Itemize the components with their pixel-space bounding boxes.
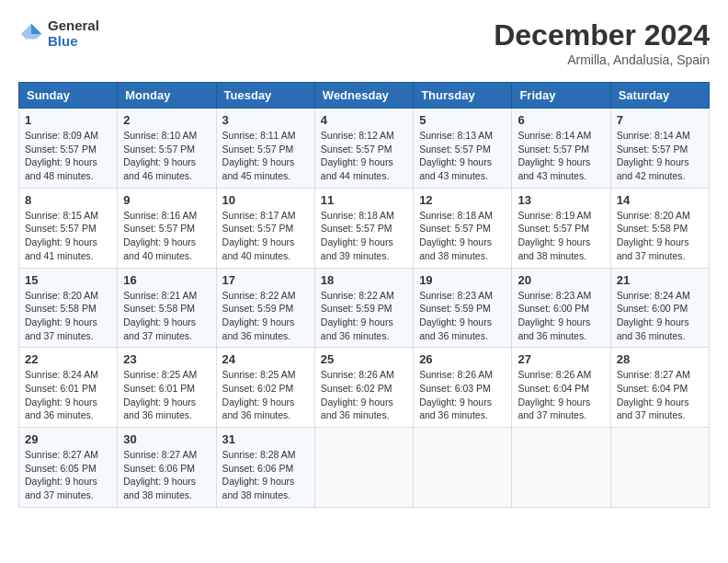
calendar-cell: 26 Sunrise: 8:26 AM Sunset: 6:03 PM Dayl… — [414, 348, 512, 428]
calendar-cell: 12 Sunrise: 8:18 AM Sunset: 5:57 PM Dayl… — [414, 188, 512, 268]
day-info: Sunrise: 8:14 AM Sunset: 5:57 PM Dayligh… — [518, 129, 604, 183]
svg-marker-1 — [21, 23, 41, 39]
calendar-week-1: 1 Sunrise: 8:09 AM Sunset: 5:57 PM Dayli… — [19, 109, 710, 189]
day-number: 29 — [25, 432, 111, 446]
calendar-cell: 22 Sunrise: 8:24 AM Sunset: 6:01 PM Dayl… — [19, 348, 118, 428]
calendar-cell: 3 Sunrise: 8:11 AM Sunset: 5:57 PM Dayli… — [216, 109, 314, 189]
calendar-cell: 25 Sunrise: 8:26 AM Sunset: 6:02 PM Dayl… — [314, 348, 413, 428]
calendar-cell: 8 Sunrise: 8:15 AM Sunset: 5:57 PM Dayli… — [19, 188, 118, 268]
day-number: 19 — [419, 273, 506, 287]
day-number: 26 — [419, 352, 506, 366]
day-info: Sunrise: 8:27 AM Sunset: 6:04 PM Dayligh… — [617, 368, 703, 422]
header-row: Sunday Monday Tuesday Wednesday Thursday… — [19, 83, 710, 109]
calendar-week-4: 22 Sunrise: 8:24 AM Sunset: 6:01 PM Dayl… — [19, 348, 710, 428]
col-thursday: Thursday — [414, 83, 512, 109]
calendar-week-5: 29 Sunrise: 8:27 AM Sunset: 6:05 PM Dayl… — [19, 428, 710, 508]
calendar-header: Sunday Monday Tuesday Wednesday Thursday… — [19, 83, 710, 109]
day-info: Sunrise: 8:24 AM Sunset: 6:00 PM Dayligh… — [617, 289, 703, 343]
calendar-week-2: 8 Sunrise: 8:15 AM Sunset: 5:57 PM Dayli… — [19, 188, 710, 268]
calendar-cell: 9 Sunrise: 8:16 AM Sunset: 5:57 PM Dayli… — [118, 188, 216, 268]
calendar-cell: 31 Sunrise: 8:28 AM Sunset: 6:06 PM Dayl… — [216, 428, 314, 508]
calendar-cell: 7 Sunrise: 8:14 AM Sunset: 5:57 PM Dayli… — [610, 109, 709, 189]
calendar-cell: 5 Sunrise: 8:13 AM Sunset: 5:57 PM Dayli… — [414, 109, 512, 189]
day-info: Sunrise: 8:24 AM Sunset: 6:01 PM Dayligh… — [25, 368, 111, 422]
calendar-cell: 11 Sunrise: 8:18 AM Sunset: 5:57 PM Dayl… — [314, 188, 413, 268]
calendar-cell — [414, 428, 512, 508]
day-info: Sunrise: 8:28 AM Sunset: 6:06 PM Dayligh… — [222, 448, 309, 502]
calendar-cell: 17 Sunrise: 8:22 AM Sunset: 5:59 PM Dayl… — [216, 268, 314, 348]
month-title: December 2024 — [494, 18, 710, 52]
logo: General Blue — [18, 18, 99, 49]
day-number: 3 — [222, 113, 309, 127]
day-number: 27 — [518, 352, 604, 366]
calendar-cell: 4 Sunrise: 8:12 AM Sunset: 5:57 PM Dayli… — [314, 109, 413, 189]
day-info: Sunrise: 8:26 AM Sunset: 6:02 PM Dayligh… — [321, 368, 407, 422]
calendar-cell: 23 Sunrise: 8:25 AM Sunset: 6:01 PM Dayl… — [118, 348, 216, 428]
col-friday: Friday — [512, 83, 610, 109]
calendar-week-3: 15 Sunrise: 8:20 AM Sunset: 5:58 PM Dayl… — [19, 268, 710, 348]
calendar-cell: 18 Sunrise: 8:22 AM Sunset: 5:59 PM Dayl… — [314, 268, 413, 348]
calendar-cell: 19 Sunrise: 8:23 AM Sunset: 5:59 PM Dayl… — [414, 268, 512, 348]
day-number: 8 — [25, 193, 111, 207]
day-number: 16 — [123, 273, 210, 287]
calendar-cell: 6 Sunrise: 8:14 AM Sunset: 5:57 PM Dayli… — [512, 109, 610, 189]
day-number: 7 — [617, 113, 703, 127]
day-info: Sunrise: 8:21 AM Sunset: 5:58 PM Dayligh… — [123, 289, 210, 343]
day-number: 12 — [419, 193, 506, 207]
day-info: Sunrise: 8:19 AM Sunset: 5:57 PM Dayligh… — [518, 209, 604, 263]
day-number: 25 — [321, 352, 407, 366]
day-number: 15 — [25, 273, 111, 287]
day-info: Sunrise: 8:23 AM Sunset: 6:00 PM Dayligh… — [518, 289, 604, 343]
calendar-cell: 2 Sunrise: 8:10 AM Sunset: 5:57 PM Dayli… — [118, 109, 216, 189]
calendar-cell: 29 Sunrise: 8:27 AM Sunset: 6:05 PM Dayl… — [19, 428, 118, 508]
calendar-cell — [610, 428, 709, 508]
day-info: Sunrise: 8:26 AM Sunset: 6:04 PM Dayligh… — [518, 368, 604, 422]
col-wednesday: Wednesday — [314, 83, 413, 109]
day-info: Sunrise: 8:25 AM Sunset: 6:01 PM Dayligh… — [123, 368, 210, 422]
day-number: 9 — [123, 193, 210, 207]
page-header: General Blue December 2024 Armilla, Anda… — [18, 18, 710, 67]
day-number: 4 — [321, 113, 407, 127]
calendar-cell: 24 Sunrise: 8:25 AM Sunset: 6:02 PM Dayl… — [216, 348, 314, 428]
day-info: Sunrise: 8:26 AM Sunset: 6:03 PM Dayligh… — [419, 368, 506, 422]
day-info: Sunrise: 8:23 AM Sunset: 5:59 PM Dayligh… — [419, 289, 506, 343]
calendar-cell: 30 Sunrise: 8:27 AM Sunset: 6:06 PM Dayl… — [118, 428, 216, 508]
day-info: Sunrise: 8:12 AM Sunset: 5:57 PM Dayligh… — [321, 129, 407, 183]
day-number: 31 — [222, 432, 309, 446]
day-number: 17 — [222, 273, 309, 287]
day-info: Sunrise: 8:25 AM Sunset: 6:02 PM Dayligh… — [222, 368, 309, 422]
day-number: 30 — [123, 432, 210, 446]
day-info: Sunrise: 8:17 AM Sunset: 5:57 PM Dayligh… — [222, 209, 309, 263]
day-info: Sunrise: 8:11 AM Sunset: 5:57 PM Dayligh… — [222, 129, 309, 183]
calendar-cell: 16 Sunrise: 8:21 AM Sunset: 5:58 PM Dayl… — [118, 268, 216, 348]
logo-icon — [18, 21, 44, 47]
day-number: 5 — [419, 113, 506, 127]
calendar-cell: 20 Sunrise: 8:23 AM Sunset: 6:00 PM Dayl… — [512, 268, 610, 348]
day-number: 23 — [123, 352, 210, 366]
day-info: Sunrise: 8:18 AM Sunset: 5:57 PM Dayligh… — [419, 209, 506, 263]
calendar-cell: 14 Sunrise: 8:20 AM Sunset: 5:58 PM Dayl… — [610, 188, 709, 268]
day-info: Sunrise: 8:22 AM Sunset: 5:59 PM Dayligh… — [321, 289, 407, 343]
day-number: 18 — [321, 273, 407, 287]
calendar-cell: 1 Sunrise: 8:09 AM Sunset: 5:57 PM Dayli… — [19, 109, 118, 189]
calendar-table: Sunday Monday Tuesday Wednesday Thursday… — [18, 82, 710, 508]
location: Armilla, Andalusia, Spain — [494, 52, 710, 67]
day-number: 28 — [617, 352, 703, 366]
day-info: Sunrise: 8:13 AM Sunset: 5:57 PM Dayligh… — [419, 129, 506, 183]
calendar-cell: 27 Sunrise: 8:26 AM Sunset: 6:04 PM Dayl… — [512, 348, 610, 428]
col-monday: Monday — [118, 83, 216, 109]
calendar-cell: 13 Sunrise: 8:19 AM Sunset: 5:57 PM Dayl… — [512, 188, 610, 268]
day-number: 14 — [617, 193, 703, 207]
logo-text: General Blue — [48, 18, 99, 49]
calendar-cell — [512, 428, 610, 508]
day-number: 24 — [222, 352, 309, 366]
logo-blue-text: Blue — [48, 34, 99, 50]
day-number: 2 — [123, 113, 210, 127]
calendar-cell: 28 Sunrise: 8:27 AM Sunset: 6:04 PM Dayl… — [610, 348, 709, 428]
day-number: 13 — [518, 193, 604, 207]
day-info: Sunrise: 8:20 AM Sunset: 5:58 PM Dayligh… — [617, 209, 703, 263]
day-number: 6 — [518, 113, 604, 127]
calendar-cell — [314, 428, 413, 508]
day-number: 11 — [321, 193, 407, 207]
day-number: 1 — [25, 113, 111, 127]
